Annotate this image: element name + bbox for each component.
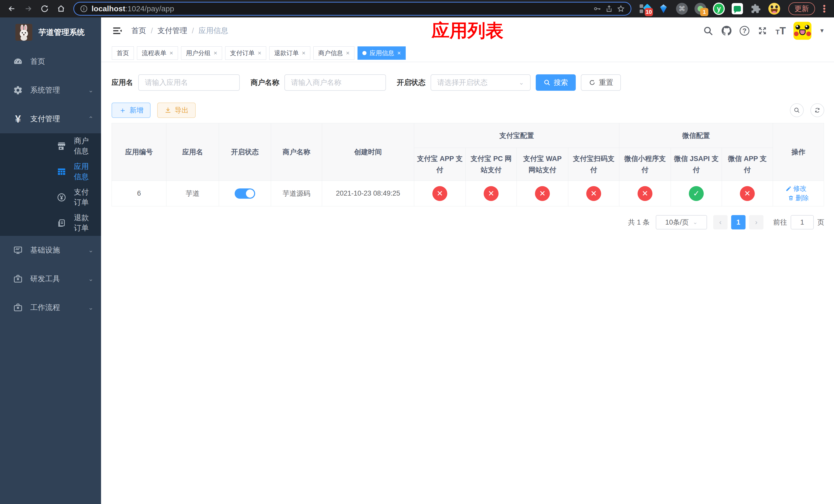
extension-gem-icon[interactable] <box>658 3 670 15</box>
app-name-input[interactable] <box>138 74 240 91</box>
export-button[interactable]: 导出 <box>157 102 196 118</box>
goto-label: 前往 <box>773 217 787 227</box>
page-number-1[interactable]: 1 <box>731 215 746 229</box>
col-merchant: 商户名称 <box>271 123 322 181</box>
sidebar-item-system[interactable]: 系统管理 ⌄ <box>0 76 101 105</box>
fullscreen-icon[interactable] <box>757 25 768 36</box>
sidebar: 芋道管理系统 首页 系统管理 ⌄ ¥ 支付管理 ⌃ 商户信息 <box>0 18 101 504</box>
pagination: 共 1 条 10条/页 ⌄ ‹ 1 › 前往 页 <box>112 215 824 229</box>
sidebar-item-label: 基础设施 <box>30 245 88 255</box>
forward-button[interactable] <box>21 2 36 16</box>
sidebar-item-payment-orders[interactable]: 支付订单 <box>0 185 101 210</box>
avatar-dropdown-caret[interactable]: ▼ <box>819 27 825 34</box>
tag-home[interactable]: 首页 <box>112 46 134 60</box>
sidebar-item-refund-orders[interactable]: 退款订单 <box>0 210 101 236</box>
share-icon[interactable] <box>605 5 613 13</box>
search-button[interactable]: 搜索 <box>536 74 576 91</box>
refresh-table-button[interactable] <box>810 103 824 117</box>
active-dot <box>363 51 367 55</box>
breadcrumb: 首页 / 支付管理 / 应用信息 <box>131 26 228 36</box>
extension-recorder-icon[interactable]: 1 <box>695 3 706 15</box>
extension-y-icon[interactable]: y <box>713 3 725 15</box>
sidebar-item-label: 应用信息 <box>74 161 93 182</box>
chevron-up-icon: ⌃ <box>88 115 93 122</box>
sidebar-item-workflow[interactable]: 工作流程 ⌄ <box>0 293 101 322</box>
page-size-select[interactable]: 10条/页 ⌄ <box>656 215 707 229</box>
filter-form: 应用名 商户名称 开启状态 请选择开启状态 ⌄ 搜索 重置 <box>112 74 824 91</box>
close-icon[interactable]: × <box>302 49 305 56</box>
chevron-down-icon: ⌄ <box>88 275 93 282</box>
tag-user-group[interactable]: 用户分组× <box>181 46 222 60</box>
status-toggle[interactable] <box>235 188 255 199</box>
config-status-alipay-app: ✕ <box>432 186 447 201</box>
breadcrumb-payment[interactable]: 支付管理 <box>157 26 187 36</box>
col-alipay-pc: 支付宝 PC 网站支付 <box>466 148 517 181</box>
tag-payment-orders[interactable]: 支付订单× <box>225 46 266 60</box>
help-icon[interactable]: ? <box>740 26 749 36</box>
tag-refund-orders[interactable]: 退款订单× <box>269 46 310 60</box>
chrome-update-button[interactable]: 更新 <box>788 2 815 15</box>
back-button[interactable] <box>5 2 19 16</box>
home-icon <box>57 4 65 13</box>
browser-menu-button[interactable]: ••• <box>822 5 827 13</box>
sidebar-collapse-button[interactable] <box>112 25 123 37</box>
password-key-icon[interactable] <box>593 5 601 13</box>
toggle-search-button[interactable] <box>790 103 804 117</box>
extension-command-icon[interactable]: ⌘ <box>676 3 688 15</box>
sidebar-item-payment[interactable]: ¥ 支付管理 ⌃ <box>0 105 101 133</box>
sidebar-item-infrastructure[interactable]: 基础设施 ⌄ <box>0 236 101 265</box>
tag-app-info-active[interactable]: 应用信息× <box>357 46 406 60</box>
close-icon[interactable]: × <box>397 49 401 56</box>
sidebar-item-label: 支付订单 <box>74 187 93 208</box>
cell-wechat-jsapi: ✓ <box>671 181 722 206</box>
add-button[interactable]: ＋ 新增 <box>112 102 151 118</box>
user-avatar[interactable] <box>793 22 811 40</box>
payment-submenu: 商户信息 应用信息 支付订单 退款订单 <box>0 133 101 236</box>
breadcrumb-home[interactable]: 首页 <box>131 26 146 36</box>
profile-avatar-icon[interactable] <box>768 3 780 15</box>
app-name-label: 应用名 <box>112 78 133 87</box>
url-text: localhost:1024/pay/app <box>91 4 590 13</box>
yen-circle-icon <box>57 192 67 203</box>
chevron-down-icon: ⌄ <box>519 79 524 86</box>
extension-chat-icon[interactable] <box>731 3 743 15</box>
status-select[interactable]: 请选择开启状态 ⌄ <box>431 74 531 91</box>
col-created: 创建时间 <box>322 123 414 181</box>
sidebar-item-home[interactable]: 首页 <box>0 47 101 76</box>
merchant-name-input[interactable] <box>284 74 386 91</box>
cell-wechat-mini: ✕ <box>619 181 671 206</box>
prev-page-button[interactable]: ‹ <box>713 215 728 229</box>
font-size-icon[interactable]: TT <box>775 25 786 37</box>
merchant-name-label: 商户名称 <box>250 78 279 87</box>
close-icon[interactable]: × <box>170 49 173 56</box>
sidebar-item-merchant-info[interactable]: 商户信息 <box>0 133 101 159</box>
sidebar-item-app-info[interactable]: 应用信息 <box>0 159 101 185</box>
delete-button[interactable]: 删除 <box>788 193 809 203</box>
reload-icon <box>40 4 49 13</box>
edit-button[interactable]: 修改 <box>786 184 807 193</box>
home-button[interactable] <box>54 2 68 16</box>
address-bar[interactable]: localhost:1024/pay/app <box>73 2 631 16</box>
next-page-button[interactable]: › <box>749 215 764 229</box>
plus-icon: ＋ <box>119 107 127 114</box>
goto-page-input[interactable] <box>791 215 814 229</box>
site-info-icon[interactable] <box>80 5 88 13</box>
col-actions: 操作 <box>773 123 824 181</box>
close-icon[interactable]: × <box>214 49 217 56</box>
extensions-puzzle-icon[interactable] <box>750 3 762 15</box>
bookmark-star-icon[interactable] <box>617 5 625 13</box>
reset-button[interactable]: 重置 <box>581 74 621 91</box>
sidebar-item-dev-tools[interactable]: 研发工具 ⌄ <box>0 265 101 293</box>
config-status-wechat-jsapi: ✓ <box>689 186 704 201</box>
reload-button[interactable] <box>38 2 52 16</box>
close-icon[interactable]: × <box>346 49 350 56</box>
github-icon[interactable] <box>721 25 732 36</box>
tag-process-form[interactable]: 流程表单× <box>137 46 178 60</box>
close-icon[interactable]: × <box>258 49 261 56</box>
tag-merchant-info[interactable]: 商户信息× <box>313 46 354 60</box>
sidebar-logo-row[interactable]: 芋道管理系统 <box>0 18 101 47</box>
extension-pinned-icon[interactable]: 10 <box>639 3 651 15</box>
sidebar-item-label: 退款订单 <box>74 213 93 233</box>
header-search-icon[interactable] <box>703 25 714 36</box>
search-icon <box>793 107 800 114</box>
